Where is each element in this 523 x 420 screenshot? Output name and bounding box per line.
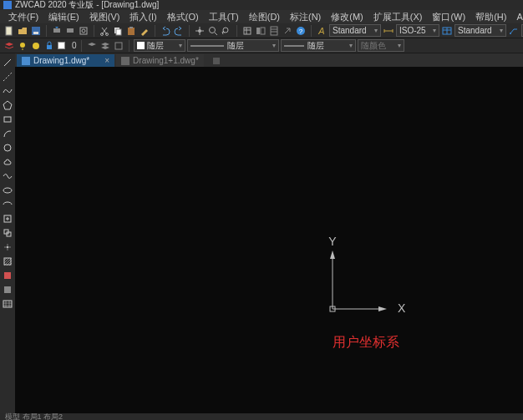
- make-block-icon[interactable]: [2, 227, 13, 239]
- layer-prev-icon[interactable]: [86, 40, 98, 52]
- cleanup-icon[interactable]: [282, 25, 293, 37]
- line-icon[interactable]: [2, 57, 13, 68]
- tab-drawing1[interactable]: Drawing1.dwg* ×: [17, 54, 114, 67]
- dimstyle-dropdown[interactable]: ISO-25▾: [396, 24, 439, 37]
- mleaderstyle-icon[interactable]: [508, 25, 520, 37]
- ellipse-arc-icon[interactable]: [2, 199, 13, 210]
- svg-rect-17: [244, 28, 251, 34]
- layer-freeze-icon[interactable]: [30, 40, 42, 52]
- xline-icon[interactable]: [2, 71, 13, 83]
- color-value: 随层: [147, 40, 164, 52]
- point-icon[interactable]: [2, 241, 13, 253]
- cut-icon[interactable]: [99, 25, 110, 37]
- status-bar: 模型 布局1 布局2: [0, 413, 523, 420]
- redo-icon[interactable]: [173, 25, 185, 37]
- drawing-canvas[interactable]: Y X 用户坐标系: [15, 67, 523, 413]
- svg-rect-11: [116, 29, 121, 35]
- layer-on-icon[interactable]: [17, 40, 28, 52]
- menu-window[interactable]: 窗口(W): [427, 11, 470, 23]
- tab-label: Drawing1+1.dwg*: [133, 56, 199, 65]
- menu-insert[interactable]: 插入(I): [124, 11, 161, 23]
- spline-icon[interactable]: [2, 170, 13, 182]
- layer-color-icon[interactable]: [57, 40, 69, 52]
- print-dd-icon[interactable]: [64, 25, 76, 37]
- undo-icon[interactable]: [160, 25, 171, 37]
- svg-point-16: [223, 28, 228, 33]
- tabs-menu-icon[interactable]: [211, 55, 222, 67]
- menu-edit[interactable]: 编辑(E): [43, 11, 84, 23]
- menu-help[interactable]: 帮助(H): [470, 11, 511, 23]
- chevron-down-icon: ▾: [349, 42, 353, 49]
- zoom-icon[interactable]: [207, 25, 219, 37]
- hatch-icon[interactable]: [2, 256, 13, 267]
- svg-point-34: [3, 188, 12, 193]
- matchprop-icon[interactable]: [139, 25, 150, 37]
- open-icon[interactable]: [17, 25, 28, 37]
- menu-format[interactable]: 格式(O): [162, 11, 204, 23]
- copy-icon[interactable]: [112, 25, 124, 37]
- design-center-icon[interactable]: [255, 25, 267, 37]
- plotstyle-dropdown[interactable]: 随颜色▾: [358, 39, 404, 52]
- layer-lock-icon[interactable]: [43, 40, 55, 52]
- gradient-icon[interactable]: [2, 270, 13, 281]
- menu-modify[interactable]: 修改(M): [326, 11, 368, 23]
- textstyle-icon[interactable]: A: [316, 25, 328, 37]
- separator: [129, 40, 129, 52]
- insert-block-icon[interactable]: [2, 213, 13, 225]
- svg-rect-28: [115, 43, 122, 49]
- help-icon[interactable]: ?: [295, 25, 307, 37]
- tab-drawing1-1[interactable]: Drawing1+1.dwg*: [116, 54, 204, 67]
- linetype-dropdown[interactable]: 随层▾: [187, 39, 279, 52]
- textstyle-dropdown[interactable]: Standard▾: [329, 24, 381, 37]
- svg-rect-19: [261, 28, 265, 34]
- menu-app[interactable]: APP+: [511, 12, 523, 22]
- menu-dim[interactable]: 标注(N): [285, 11, 326, 23]
- polygon-icon[interactable]: [2, 99, 13, 111]
- tablestyle-dropdown[interactable]: Standard▾: [454, 24, 506, 37]
- svg-rect-41: [4, 286, 11, 293]
- menu-tools[interactable]: 工具(T): [204, 11, 244, 23]
- chevron-down-icon: ▾: [272, 42, 276, 49]
- svg-rect-0: [6, 27, 12, 35]
- svg-point-7: [82, 29, 85, 33]
- menu-file[interactable]: 文件(F): [3, 11, 43, 23]
- svg-rect-18: [256, 28, 260, 34]
- layer-iso-icon[interactable]: [99, 40, 111, 52]
- print-down-icon[interactable]: [51, 25, 63, 37]
- paste-icon[interactable]: [125, 25, 137, 37]
- zoom-prev-icon[interactable]: [221, 25, 232, 37]
- document-tabs: Drawing1.dwg* × Drawing1+1.dwg*: [15, 53, 523, 67]
- region-icon[interactable]: [2, 284, 13, 296]
- svg-point-33: [4, 144, 11, 151]
- table-icon[interactable]: [2, 298, 13, 310]
- menu-ext[interactable]: 扩展工具(X): [368, 11, 428, 23]
- separator: [46, 25, 47, 37]
- color-swatch-icon: [137, 42, 145, 49]
- svg-marker-45: [330, 250, 335, 259]
- svg-marker-31: [3, 101, 12, 109]
- rectangle-icon[interactable]: [2, 114, 13, 125]
- print-preview-icon[interactable]: [78, 25, 89, 37]
- color-dropdown[interactable]: 随层▾: [134, 39, 185, 52]
- menu-view[interactable]: 视图(V): [84, 11, 125, 23]
- circle-icon[interactable]: [2, 142, 13, 154]
- layer-manager-icon[interactable]: [3, 40, 15, 52]
- dwg-icon: [22, 57, 30, 65]
- revcloud-icon[interactable]: [2, 156, 13, 168]
- polyline-icon[interactable]: [2, 85, 13, 97]
- plotstyle-value: 随颜色: [361, 40, 386, 52]
- dimstyle-icon[interactable]: [383, 25, 394, 37]
- menu-draw[interactable]: 绘图(D): [244, 11, 285, 23]
- close-icon[interactable]: ×: [104, 56, 109, 65]
- tablestyle-icon[interactable]: [441, 25, 453, 37]
- arc-icon[interactable]: [2, 128, 13, 139]
- svg-rect-40: [4, 272, 11, 279]
- save-icon[interactable]: [30, 25, 42, 37]
- props-icon[interactable]: [241, 25, 253, 37]
- lineweight-dropdown[interactable]: 随层▾: [281, 39, 356, 52]
- new-icon[interactable]: [3, 25, 15, 37]
- pan-icon[interactable]: [194, 25, 206, 37]
- ellipse-icon[interactable]: [2, 185, 13, 196]
- layer-walk-icon[interactable]: [113, 40, 124, 52]
- tool-palette-icon[interactable]: [268, 25, 280, 37]
